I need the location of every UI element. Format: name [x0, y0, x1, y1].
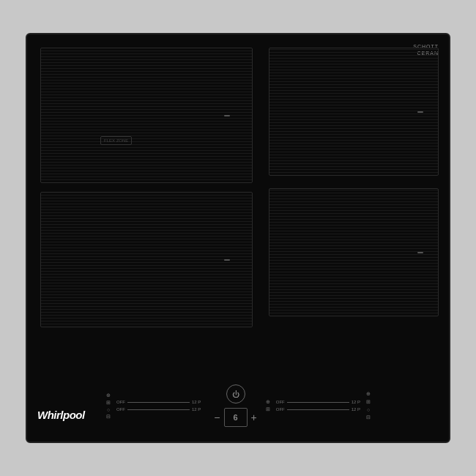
zone-right-bottom-indicator: [417, 252, 423, 253]
left-max-label-2: 12 P: [192, 407, 201, 412]
zone-right-top-surface: [269, 48, 438, 175]
right-max-label-2: 12 P: [352, 407, 360, 412]
left-slider-1[interactable]: [127, 402, 190, 403]
right-slider-1[interactable]: [287, 402, 349, 403]
left-slider-2[interactable]: [127, 409, 190, 410]
left-off-label-2: OFF: [116, 407, 125, 412]
right-off-label-1: OFF: [276, 400, 285, 404]
right-icon-1[interactable]: ⊕: [366, 391, 371, 397]
zone-left-bottom: [40, 192, 253, 327]
zone-left-bottom-surface: [41, 193, 252, 327]
right-lock-icon[interactable]: ⊞: [266, 406, 270, 412]
left-zone-controls: OFF 12 P OFF 12 P: [116, 400, 201, 412]
cooktop: SCHOTT CERAN FLEX ZONE Whirlpool: [26, 33, 450, 443]
right-icon-2[interactable]: ⊞: [366, 399, 371, 405]
timer-display: 6: [224, 408, 248, 427]
zone-right-bottom: [269, 188, 439, 316]
zone-left-bottom-indicator: [224, 259, 230, 261]
zone-right-top: [269, 48, 439, 176]
right-slider-2[interactable]: [287, 409, 349, 410]
zone-left-top-indicator: [224, 115, 230, 116]
zone-left-top-surface: [41, 48, 252, 182]
right-max-label-1: 12 P: [352, 400, 360, 404]
center-controls: ⏻ − 6 +: [214, 384, 256, 427]
right-icon-3[interactable]: ○: [367, 407, 370, 412]
left-top-icon-3[interactable]: ○: [107, 407, 110, 412]
left-max-label-1: 12 P: [192, 400, 201, 404]
minus-button[interactable]: −: [214, 412, 220, 423]
left-top-icon-4[interactable]: ⊟: [106, 414, 111, 420]
left-top-icon-2[interactable]: ⊞: [106, 400, 111, 406]
right-zone-lock-area: ⊕ ⊞: [266, 399, 270, 412]
right-zone-controls: OFF 12 P OFF 12 P: [276, 400, 360, 412]
zone-right-top-indicator: [417, 111, 423, 113]
right-timer-icon[interactable]: ⊕: [266, 399, 270, 405]
left-zone-icons: ⊕ ⊞ ○ ⊟: [106, 393, 111, 420]
right-zone-icons: ⊕ ⊞ ○ ⊟: [366, 391, 371, 420]
left-off-label-1: OFF: [116, 400, 125, 404]
right-icon-4[interactable]: ⊟: [366, 414, 371, 420]
plus-button[interactable]: +: [251, 412, 257, 423]
power-button[interactable]: ⏻: [226, 384, 245, 404]
zone-left-top: [40, 48, 253, 183]
left-top-icon-1[interactable]: ⊕: [106, 393, 111, 398]
zone-right-bottom-surface: [269, 189, 438, 316]
right-off-label-2: OFF: [276, 407, 285, 412]
flex-zone-label: FLEX ZONE: [100, 136, 132, 145]
